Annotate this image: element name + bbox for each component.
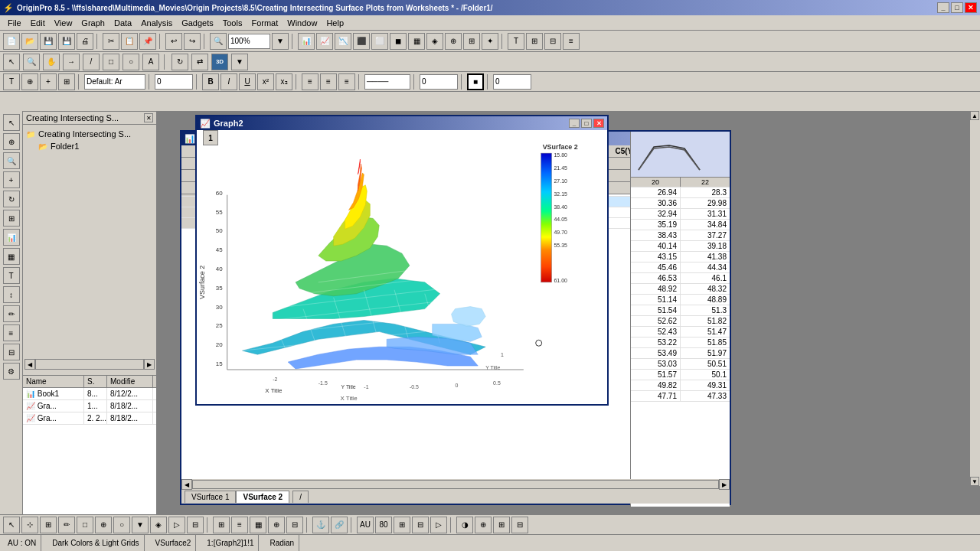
- zoom-dropdown[interactable]: 100%: [228, 34, 270, 49]
- align-center[interactable]: ≡: [320, 73, 337, 90]
- bt-snap[interactable]: ⊞: [213, 517, 230, 533]
- minimize-button[interactable]: _: [937, 2, 949, 13]
- line-style[interactable]: ────: [364, 74, 410, 90]
- bt-btn8[interactable]: ▼: [132, 517, 149, 533]
- crosshair-btn[interactable]: +: [40, 73, 57, 90]
- r-row-7[interactable]: 43.1541.38: [631, 252, 730, 262]
- book1-scroll-right[interactable]: ▶: [719, 479, 730, 490]
- font-size-dropdown[interactable]: 0: [155, 74, 193, 90]
- paste-btn[interactable]: 📌: [139, 33, 156, 50]
- pointer-btn[interactable]: ⊕: [21, 73, 38, 90]
- r-row-19[interactable]: 49.8249.31: [631, 380, 730, 391]
- r-row-12[interactable]: 51.5451.3: [631, 305, 730, 316]
- 3d-btn[interactable]: 3D: [211, 54, 228, 70]
- superscript-btn[interactable]: x²: [257, 73, 274, 90]
- bt-btn6[interactable]: ⊕: [95, 517, 112, 533]
- file-row-graph1[interactable]: 📈 Gra... 1... 8/18/2...: [23, 400, 156, 412]
- sidebar-data-btn[interactable]: ≡: [3, 324, 20, 341]
- graph2-minimize[interactable]: _: [569, 119, 580, 128]
- book1-scrolltrack[interactable]: [192, 480, 719, 489]
- r-row-1[interactable]: 26.9428.3: [631, 187, 730, 198]
- bt-btn4[interactable]: ✏: [58, 517, 75, 533]
- menu-help[interactable]: Help: [322, 17, 348, 29]
- graph-btn9[interactable]: ⊕: [445, 33, 462, 50]
- bt-btn5[interactable]: □: [77, 517, 93, 533]
- r-row-18[interactable]: 51.5750.1: [631, 370, 730, 380]
- draw-arrow[interactable]: →: [63, 54, 80, 70]
- menu-file[interactable]: File: [3, 17, 26, 29]
- bt-btn10[interactable]: ▷: [168, 517, 185, 533]
- flip-btn[interactable]: ⇄: [191, 54, 208, 70]
- graph-btn6[interactable]: ◼: [390, 33, 407, 50]
- bt-au[interactable]: AU: [357, 517, 374, 533]
- vscroll-track[interactable]: [970, 120, 980, 273]
- font-dropdown[interactable]: Default: Ar: [84, 74, 145, 90]
- nav-left[interactable]: ◀: [24, 359, 35, 370]
- menu-view[interactable]: View: [50, 17, 77, 29]
- line-width2[interactable]: 0: [493, 74, 531, 90]
- bt-misc3[interactable]: ⊞: [493, 517, 510, 533]
- r-row-10[interactable]: 48.9248.32: [631, 284, 730, 295]
- save-all-btn[interactable]: 💾: [58, 33, 75, 50]
- bt-btn11[interactable]: ⊟: [187, 517, 204, 533]
- bt-btn2[interactable]: ⊹: [21, 517, 38, 533]
- bt-misc4[interactable]: ⊟: [511, 517, 528, 533]
- vscroll-up[interactable]: ▲: [970, 111, 979, 120]
- r-row-4[interactable]: 35.1934.84: [631, 220, 730, 230]
- book1-scroll-left[interactable]: ◀: [181, 479, 192, 490]
- file-row-book1[interactable]: 📊 Book1 8... 8/12/2...: [23, 388, 156, 400]
- graph-btn7[interactable]: ▦: [408, 33, 425, 50]
- close-button[interactable]: ✕: [965, 2, 977, 13]
- maximize-button[interactable]: □: [951, 2, 963, 13]
- sidebar-text-btn[interactable]: T: [3, 267, 20, 284]
- sidebar-3d-btn[interactable]: ⊞: [3, 210, 20, 227]
- graph-btn10[interactable]: ⊞: [463, 33, 480, 50]
- tree-item-creating[interactable]: 📁 Creating Intersecting S...: [26, 128, 153, 140]
- copy-btn[interactable]: 📋: [121, 33, 138, 50]
- project-panel-close[interactable]: ✕: [144, 113, 153, 122]
- undo-btn[interactable]: ↩: [165, 33, 182, 50]
- tab-vsurface1[interactable]: VSurface 1: [185, 491, 236, 503]
- bt-grid3[interactable]: ⊕: [268, 517, 285, 533]
- sidebar-extra-btn[interactable]: ⊟: [3, 344, 20, 360]
- menu-analysis[interactable]: Analysis: [136, 17, 177, 29]
- book1-vscroll[interactable]: ▲ ▼: [969, 111, 980, 486]
- r-row-6[interactable]: 40.1439.18: [631, 241, 730, 252]
- cut-btn[interactable]: ✂: [103, 33, 119, 50]
- r-row-3[interactable]: 32.9431.31: [631, 209, 730, 220]
- bt-data1[interactable]: 80: [375, 517, 392, 533]
- zoom-arrow[interactable]: ▼: [272, 33, 289, 50]
- menu-graph[interactable]: Graph: [77, 17, 109, 29]
- sidebar-rotate-btn[interactable]: ↻: [3, 191, 20, 207]
- text-edit-btn[interactable]: T: [3, 73, 20, 90]
- r-row-8[interactable]: 45.4644.34: [631, 262, 730, 273]
- italic-btn[interactable]: I: [220, 73, 237, 90]
- menu-window[interactable]: Window: [283, 17, 322, 29]
- bt-btn9[interactable]: ◈: [150, 517, 167, 533]
- graph-btn1[interactable]: 📊: [298, 33, 315, 50]
- bt-grid2[interactable]: ▦: [250, 517, 266, 533]
- menu-format[interactable]: Format: [247, 17, 283, 29]
- underline-btn[interactable]: U: [239, 73, 256, 90]
- menu-tools[interactable]: Tools: [218, 17, 247, 29]
- sidebar-plot-btn[interactable]: 📊: [3, 229, 20, 246]
- sidebar-draw-btn[interactable]: ✏: [3, 305, 20, 322]
- menu-edit[interactable]: Edit: [26, 17, 50, 29]
- open-btn[interactable]: 📂: [21, 33, 38, 50]
- subscript-btn[interactable]: x₂: [276, 73, 292, 90]
- tool-btn3[interactable]: ⊟: [544, 33, 561, 50]
- zoom-in-btn[interactable]: 🔍: [210, 33, 227, 50]
- align-right[interactable]: ≡: [338, 73, 355, 90]
- pan-tool[interactable]: ✋: [43, 54, 60, 70]
- sidebar-layer-btn[interactable]: ▦: [3, 248, 20, 265]
- data-cursor[interactable]: ⊞: [58, 73, 75, 90]
- tool-btn2[interactable]: ⊞: [526, 33, 543, 50]
- sidebar-add-btn[interactable]: +: [3, 171, 20, 188]
- menu-data[interactable]: Data: [109, 17, 136, 29]
- r-row-14[interactable]: 52.4351.47: [631, 327, 730, 337]
- draw-text[interactable]: A: [142, 54, 159, 70]
- graph-btn8[interactable]: ◈: [426, 33, 443, 50]
- bt-play[interactable]: ▷: [430, 517, 447, 533]
- bt-grid4[interactable]: ⊟: [286, 517, 303, 533]
- graph-btn5[interactable]: ⬜: [371, 33, 388, 50]
